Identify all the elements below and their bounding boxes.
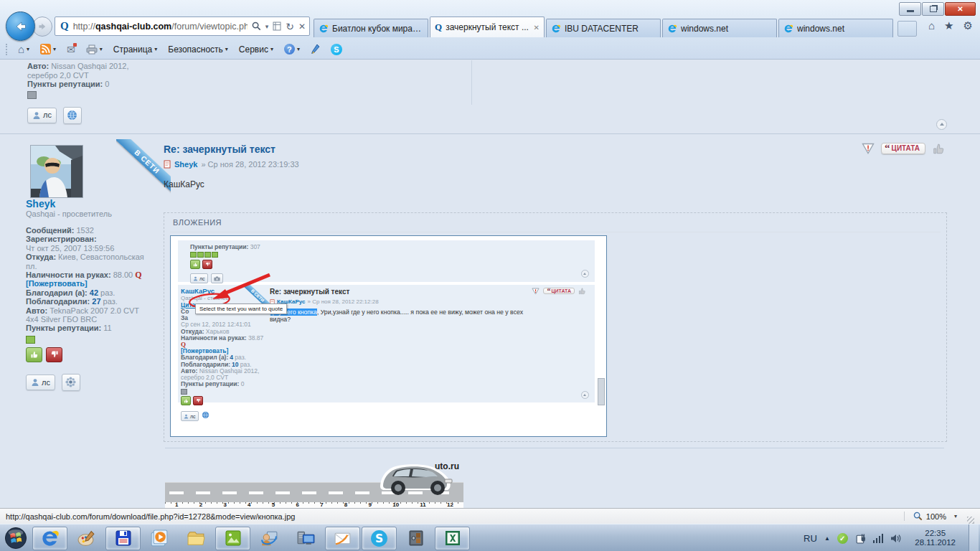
floppy-disk-icon	[114, 529, 133, 547]
tab-label: windows.net	[797, 24, 888, 34]
forward-button[interactable]	[32, 17, 52, 37]
new-tab-button[interactable]	[897, 21, 917, 37]
hidden-icons-arrow[interactable]: ▲	[824, 535, 830, 542]
network-signal-icon[interactable]	[873, 534, 884, 543]
tab-close-icon[interactable]: ✕	[534, 24, 540, 32]
taskbar-photo-viewer[interactable]	[215, 527, 250, 550]
ruler-number: 8	[344, 502, 347, 508]
quote-button[interactable]: “ЦИТАТА	[881, 143, 925, 154]
read-mail-button[interactable]: ✉	[65, 42, 77, 57]
antivirus-check-icon[interactable]: ✓	[837, 533, 848, 544]
menu-tools[interactable]: Сервис▾	[237, 43, 275, 56]
chevron-down-icon: ▾	[270, 46, 273, 52]
ruler-number: 10	[392, 502, 399, 508]
reputation-square-green	[26, 336, 35, 344]
url-path: /forum/viewtopic.php?	[171, 22, 247, 32]
safely-remove-icon[interactable]	[855, 533, 866, 544]
username-link[interactable]: Sheyk	[26, 198, 159, 209]
back-to-top-button[interactable]	[936, 119, 947, 130]
ruler-number: 6	[296, 502, 298, 508]
taskbar-skype[interactable]: S	[362, 527, 397, 550]
profile-field: Авто: Nissan Qashqai 2012,	[27, 62, 128, 71]
field-label: Откуда:	[26, 253, 56, 261]
tab-windows-net-2[interactable]: windows.net	[778, 19, 893, 37]
profile-field: Авто: TeknaPack 2007 2.0 CVT	[26, 306, 159, 315]
quote-mark-icon: “	[547, 289, 550, 293]
favorites-star-icon[interactable]: ★	[944, 19, 953, 32]
taskbar-media-player[interactable]	[142, 527, 177, 550]
field-value: раз.	[101, 297, 118, 306]
menu-label: Сервис	[239, 44, 268, 55]
post-timestamp: » Ср ноя 28, 2012 23:19:33	[201, 160, 298, 169]
taskbar-explorer-folder[interactable]	[179, 527, 214, 550]
private-message-button[interactable]: лс	[26, 375, 55, 390]
tab-biathlon[interactable]: Биатлон кубок мира 2...	[314, 19, 428, 37]
post-doc-icon[interactable]	[164, 160, 171, 169]
like-stamp-icon[interactable]	[932, 142, 946, 155]
ad-banner[interactable]: uto.ru 123456789101112 М й 4 11 21	[165, 453, 463, 508]
taskbar-paint[interactable]	[69, 527, 104, 550]
drag-handle[interactable]	[6, 44, 9, 55]
address-bar[interactable]: Q http://qashqai-club.com/forum/viewtopi…	[55, 17, 310, 36]
donate-link[interactable]: [Пожертвовать]	[26, 279, 88, 288]
minimize-button[interactable]	[899, 2, 921, 16]
attachment-image[interactable]: Пункты репутации: 307 лс	[170, 235, 607, 437]
skype-extension-button[interactable]: S	[329, 42, 344, 57]
post-author-link[interactable]: Sheyk	[174, 160, 197, 169]
private-message-button[interactable]: лс	[27, 108, 57, 123]
settings-gear-icon[interactable]: ⚙	[963, 19, 973, 32]
taskbar-safe-app[interactable]	[398, 527, 433, 550]
tab-strikethrough-text[interactable]: Q зачеркнутый текст ... ✕	[430, 17, 545, 37]
show-desktop-button[interactable]	[969, 524, 979, 551]
ie-favicon-icon	[783, 24, 793, 34]
taskbar-excel[interactable]	[435, 527, 470, 550]
taskbar-internet-explorer[interactable]	[32, 527, 67, 550]
menu-safety[interactable]: Безопасность▾	[166, 43, 230, 56]
taskbar-live-mail[interactable]	[325, 527, 360, 550]
taskbar-floppy-app[interactable]	[105, 527, 141, 550]
q-favicon-icon: Q	[435, 22, 442, 33]
field-label: Сообщений:	[26, 226, 74, 235]
help-button[interactable]: ?▾	[282, 42, 302, 56]
website-globe-button[interactable]	[63, 107, 82, 124]
taskbar-clock[interactable]: 22:35 28.11.2012	[915, 529, 956, 548]
language-indicator[interactable]: RU	[804, 533, 817, 544]
start-button[interactable]	[0, 524, 32, 551]
minimize-icon	[907, 10, 914, 12]
tab-windows-net-1[interactable]: windows.net	[662, 19, 777, 37]
taskbar-remote-desktop[interactable]	[288, 527, 324, 550]
tab-ibu-datacenter[interactable]: IBU DATACENTER	[546, 19, 661, 37]
back-button[interactable]	[6, 11, 35, 41]
blog-tool-button[interactable]	[308, 42, 322, 56]
resize-grip[interactable]	[967, 517, 974, 524]
private-message-button: лс	[181, 411, 199, 421]
restore-button[interactable]	[922, 2, 944, 16]
volume-icon[interactable]	[890, 533, 902, 544]
address-dropdown-icon[interactable]: ▾	[265, 23, 269, 30]
close-button[interactable]: ✕	[945, 2, 976, 16]
nested-post-content: Re: зачеркнутый текст КашКаРус » Ср ноя …	[270, 288, 545, 323]
search-icon[interactable]	[252, 22, 261, 31]
compatibility-view-icon[interactable]	[273, 22, 281, 31]
refresh-icon[interactable]: ↻	[286, 21, 294, 32]
report-warning-icon[interactable]	[862, 143, 875, 154]
home-icon[interactable]: ⌂	[928, 19, 935, 32]
website-globe-icon	[202, 411, 209, 421]
thumb-up-button[interactable]	[26, 347, 42, 362]
icq-button[interactable]	[62, 374, 80, 391]
taskbar-user-accounts[interactable]	[252, 527, 287, 550]
tab-label: windows.net	[681, 24, 772, 34]
thumb-down-button[interactable]	[46, 347, 62, 362]
home-menu-button[interactable]: ⌂▾	[16, 42, 32, 57]
menu-page[interactable]: Страница▾	[111, 43, 159, 56]
zoom-control[interactable]: 100% ▾	[904, 512, 957, 521]
print-button[interactable]: ▾	[84, 43, 105, 56]
contact-buttons: лс	[181, 411, 267, 421]
chevron-down-icon: ▾	[100, 46, 103, 52]
post-title[interactable]: Re: зачеркнутый текст	[164, 139, 947, 155]
rss-feed-button[interactable]: ▾	[38, 42, 58, 56]
url-text[interactable]: http://qashqai-club.com/forum/viewtopic.…	[73, 22, 248, 32]
stop-icon[interactable]: ✕	[298, 22, 306, 32]
attachments-label: ВЛОЖЕНИЯ	[173, 218, 222, 227]
tab-strip: Биатлон кубок мира 2... Q зачеркнутый те…	[314, 17, 895, 37]
